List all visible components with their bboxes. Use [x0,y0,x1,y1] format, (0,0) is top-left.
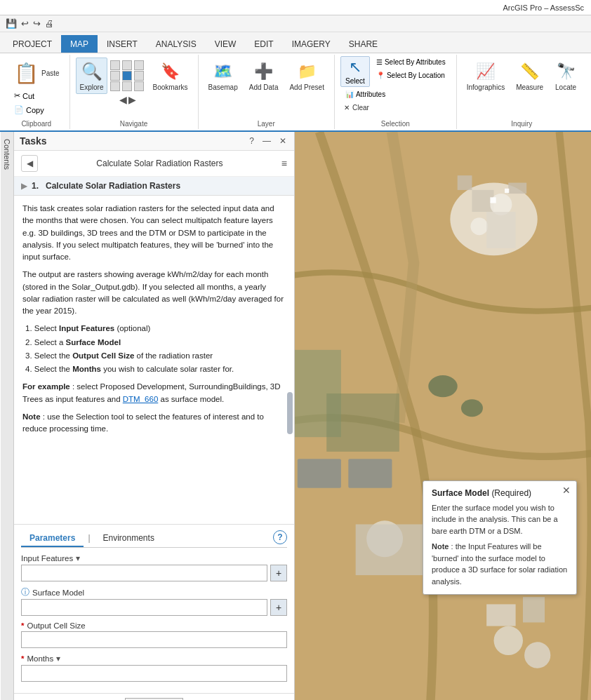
tab-project[interactable]: PROJECT [4,35,61,53]
clipboard-group: 📋 Paste ✂ Cut 📄 Copy Clipboard [4,55,70,129]
bookmarks-icon: 🔖 [159,60,181,83]
surface-model-select[interactable] [21,599,267,616]
tasks-footer: Finish [14,693,294,700]
tab-map[interactable]: MAP [61,35,98,53]
svg-rect-21 [490,197,496,203]
tasks-params: Parameters | Environments ? Input Featur… [14,524,294,693]
select-by-location-button[interactable]: 📍 Select By Location [371,69,451,81]
app-title: ArcGIS Pro – AssessSc [503,4,584,12]
dtm-link[interactable]: DTM_660 [123,395,159,403]
inquiry-group: 📈 Infographics 📏 Measure 🔭 Locate Inquir… [457,55,587,129]
tasks-panel: Tasks ? — ✕ ◀ Calculate Solar Radiation … [14,132,295,700]
tasks-header: Tasks ? — ✕ [14,132,294,151]
select-by-attributes-button[interactable]: ☰ Select By Attributes [371,56,451,68]
measure-icon: 📏 [519,60,541,83]
svg-point-16 [461,399,483,417]
months-dropdown-toggle[interactable]: ▾ [56,654,60,664]
tab-edit[interactable]: EDIT [245,35,282,53]
step-item-2: 2. Select a Surface Model [25,337,286,349]
select-by-attr-icon: ☰ [376,58,383,66]
svg-point-4 [470,217,488,235]
back-icon: ◀ [27,159,33,168]
note-para: Note : use the Selection tool to select … [22,411,286,436]
input-features-label: Input Features [21,554,73,563]
tasks-minimize-btn[interactable]: — [260,135,273,147]
navigate-group: 🔍 Explore ◀ ▶ [70,55,199,129]
cut-button[interactable]: ✂ Cut [9,89,39,102]
explore-button[interactable]: 🔍 Explore [76,58,108,94]
tab-analysis[interactable]: ANALYSIS [147,35,206,53]
paste-icon: 📋 [13,60,39,86]
tab-parameters[interactable]: Parameters [21,530,84,547]
input-features-select[interactable] [21,565,267,581]
tasks-step: ▶ 1. Calculate Solar Radiation Rasters [14,177,294,196]
scrollbar-thumb[interactable] [287,392,293,434]
input-features-dropdown-toggle[interactable]: ▾ [76,553,80,563]
infographics-icon: 📈 [474,60,497,83]
measure-button[interactable]: 📏 Measure [512,58,547,94]
save-icon[interactable]: 💾 [4,18,18,29]
tooltip-body: Enter the surface model you wish to incl… [432,502,568,588]
surface-model-add-btn[interactable]: + [270,599,287,616]
side-tab-tasks[interactable]: Tasks [0,132,1,700]
input-features-add-btn[interactable]: + [270,565,287,581]
side-tab-contents[interactable]: Contents [1,132,13,700]
nav-right-icon[interactable]: ▶ [128,94,136,105]
surface-model-label: Surface Model [32,588,84,597]
ribbon-tabs: PROJECT MAP INSERT ANALYSIS VIEW EDIT IM… [0,32,591,53]
tab-environments[interactable]: Environments [95,530,163,547]
output-cell-size-param: * Output Cell Size [21,621,287,648]
add-data-icon: ➕ [253,60,275,83]
svg-rect-6 [458,175,472,190]
svg-rect-18 [523,597,545,622]
surface-model-tooltip: ✕ Surface Model (Required) Enter the sur… [423,480,577,595]
step-item-3: 3. Select the Output Cell Size of the ra… [25,350,286,362]
nav-left-icon[interactable]: ◀ [119,94,127,105]
locate-icon: 🔭 [555,60,577,83]
tab-insert[interactable]: INSERT [98,35,147,53]
clear-icon: ✕ [344,104,350,112]
print-icon[interactable]: 🖨 [44,18,55,29]
ribbon-toolbar: 📋 Paste ✂ Cut 📄 Copy Clipboard 🔍 Explore [0,53,591,132]
add-data-button[interactable]: ➕ Add Data [245,58,283,94]
tooltip-close-btn[interactable]: ✕ [562,485,571,496]
paste-button[interactable]: 📋 Paste [9,58,64,88]
tasks-help-btn[interactable]: ? [247,135,256,147]
tab-share[interactable]: SHARE [340,35,387,53]
svg-rect-17 [486,604,515,626]
basemap-button[interactable]: 🗺️ Basemap [204,58,242,94]
select-icon: ↖ [349,58,361,76]
tasks-back-button[interactable]: ◀ [21,155,38,172]
attributes-button[interactable]: 📊 Attributes [340,88,451,100]
attributes-icon: 📊 [345,90,354,98]
months-param: * Months ▾ [21,654,287,682]
clear-button[interactable]: ✕ Clear [340,102,451,114]
params-help-icon[interactable]: ? [273,530,287,544]
tooltip-title: Surface Model (Required) [432,488,568,498]
infographics-button[interactable]: 📈 Infographics [463,58,509,94]
months-required: * [21,654,24,663]
add-preset-button[interactable]: 📁 Add Preset [285,58,328,94]
svg-point-19 [494,626,523,655]
tab-view[interactable]: VIEW [206,35,246,53]
tasks-menu-button[interactable]: ≡ [281,158,287,169]
select-button[interactable]: ↖ Select [340,56,370,87]
svg-rect-14 [348,459,392,487]
tab-imagery[interactable]: IMAGERY [283,35,340,53]
bookmarks-button[interactable]: 🔖 Bookmarks [148,58,192,94]
svg-rect-9 [326,393,399,452]
surface-model-param: ⓘ Surface Model + [21,587,287,616]
undo-icon[interactable]: ↩ [20,18,30,29]
svg-point-15 [428,375,457,397]
layer-group: 🗺️ Basemap ➕ Add Data 📁 Add Preset Layer [199,55,335,129]
months-select[interactable] [21,665,287,682]
copy-button[interactable]: 📄 Copy [9,103,49,116]
step-arrow: ▶ [21,181,27,191]
output-cell-size-input[interactable] [21,631,287,648]
tasks-close-btn[interactable]: ✕ [277,135,288,147]
locate-button[interactable]: 🔭 Locate [550,58,581,94]
step-item-4: 4. Select the Months you wish to calcula… [25,363,286,375]
surface-model-info-icon[interactable]: ⓘ [21,587,29,598]
redo-icon[interactable]: ↪ [32,18,42,29]
map-area[interactable]: ✕ Surface Model (Required) Enter the sur… [295,132,591,700]
